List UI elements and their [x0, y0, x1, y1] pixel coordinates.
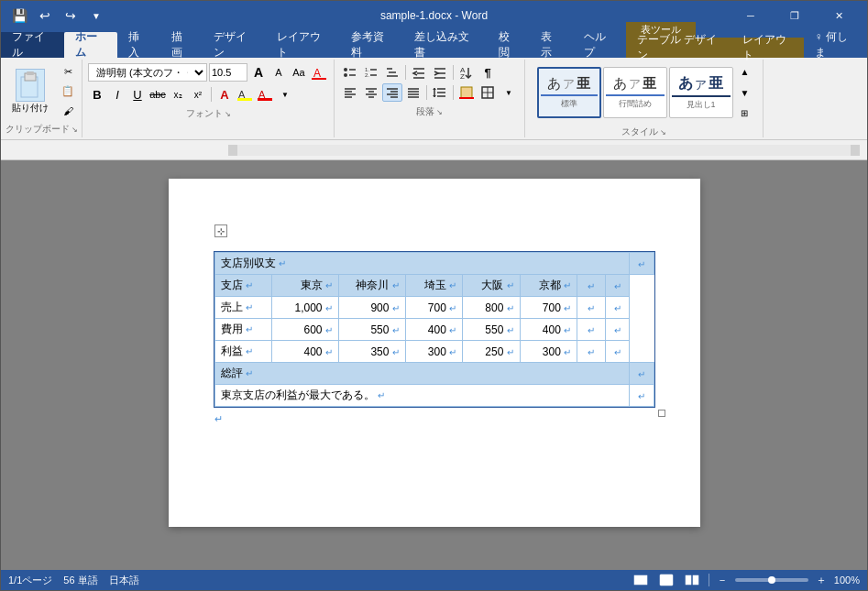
table-row-sales: 売上 ↵ 1,000 ↵ 900 ↵ 700 ↵ [214, 297, 654, 319]
zoom-level[interactable]: 100% [834, 575, 860, 586]
styles-more[interactable]: ⊞ [739, 106, 752, 120]
style-tight[interactable]: あ ア 亜 行間詰め [603, 67, 667, 118]
redo-button[interactable]: ↪ [60, 5, 82, 27]
zoom-out-button[interactable]: － [717, 573, 728, 588]
underline-button[interactable]: U [128, 85, 147, 104]
numbering-button[interactable]: 1. 2. [361, 63, 381, 82]
view-web-button[interactable] [657, 573, 676, 587]
styles-scroll-up[interactable]: ▲ [739, 65, 752, 79]
col-header-saitama: 埼玉 [424, 279, 446, 291]
ruler [1, 140, 867, 160]
zoom-slider[interactable] [735, 578, 808, 582]
customize-quick-access-button[interactable]: ▼ [85, 5, 107, 27]
font-case-button[interactable]: Aa [290, 63, 308, 82]
styles-group-label: スタイル ↘ [621, 124, 666, 138]
paste-label: 貼り付け [12, 102, 49, 115]
tab-file[interactable]: ファイル [1, 32, 64, 58]
clipboard-expand-icon[interactable]: ↘ [71, 126, 78, 134]
table-summary-row: 総評 ↵ ↵ [214, 363, 654, 385]
style-heading1[interactable]: あ ア 亜 見出し1 [669, 67, 733, 118]
sales-kanagawa: 900 [370, 301, 389, 314]
help-search-button[interactable]: ♀ 何しま [804, 32, 867, 58]
tab-references[interactable]: 参考資料 [340, 32, 403, 58]
zoom-in-button[interactable]: ＋ [816, 573, 827, 588]
svg-rect-53 [634, 575, 647, 585]
tab-insert[interactable]: 挿入 [117, 32, 160, 58]
language: 日本語 [109, 574, 139, 587]
tab-home[interactable]: ホーム [64, 32, 117, 58]
ribbon-group-clipboard: 貼り付け ✂ 📋 🖌 クリップボード ↘ [1, 60, 82, 137]
font-size-input[interactable] [209, 63, 247, 82]
font-enlarge-button[interactable]: A [249, 63, 268, 82]
profit-tokyo: 400 [303, 345, 322, 358]
show-formatting-button[interactable]: ¶ [478, 63, 498, 82]
highlight-color-button[interactable]: A [236, 85, 254, 104]
view-read-button[interactable] [683, 573, 701, 587]
profit-saitama: 300 [428, 345, 446, 358]
strikethrough-button[interactable]: abc [148, 85, 167, 104]
decrease-indent-button[interactable] [409, 63, 429, 82]
cut-button[interactable]: ✂ [58, 63, 78, 82]
sales-kyoto: 700 [543, 301, 561, 314]
align-left-button[interactable] [340, 83, 360, 102]
col-header-kanagawa: 神奈川 [356, 279, 389, 291]
paragraph-expand-icon[interactable]: ↘ [436, 108, 443, 116]
tab-design[interactable]: デザイン [203, 32, 266, 58]
shading-button[interactable] [456, 83, 477, 102]
justify-button[interactable] [403, 83, 423, 102]
line-spacing-button[interactable] [430, 83, 450, 102]
table-title: 支店別収支 [221, 257, 276, 269]
align-center-button[interactable] [361, 83, 381, 102]
window-title: sample-1.docx - Word [380, 9, 488, 22]
tab-layout[interactable]: レイアウト [266, 32, 339, 58]
font-color-button[interactable]: A [256, 85, 274, 104]
borders-button[interactable] [478, 83, 498, 102]
table-resize-handle[interactable] [658, 410, 665, 417]
subscript-button[interactable]: x₂ [169, 85, 187, 104]
tab-table-layout[interactable]: レイアウト [731, 38, 804, 58]
multilevel-list-button[interactable] [382, 63, 402, 82]
title-row-return: ↵ [638, 259, 645, 269]
summary-label: 総評 [221, 367, 243, 379]
view-print-button[interactable] [632, 573, 650, 587]
styles-expand-icon[interactable]: ↘ [660, 128, 666, 137]
tab-review[interactable]: 校閲 [488, 32, 531, 58]
bullets-button[interactable] [340, 63, 360, 82]
superscript-button[interactable]: x² [189, 85, 207, 104]
bold-button[interactable]: B [88, 85, 106, 104]
tab-view[interactable]: 表示 [530, 32, 573, 58]
tab-mailings[interactable]: 差し込み文書 [403, 32, 488, 58]
tab-draw[interactable]: 描画 [160, 32, 203, 58]
borders-dropdown[interactable]: ▼ [499, 83, 519, 102]
copy-button[interactable]: 📋 [58, 82, 78, 101]
table-title-row: 支店別収支 ↵ ↵ [214, 253, 654, 275]
sort-button[interactable]: A Z [456, 63, 477, 82]
font-shrink-button[interactable]: A [269, 63, 288, 82]
style-standard[interactable]: あ ア 亜 標準 [537, 67, 601, 118]
text-effects-button[interactable]: A [215, 85, 234, 104]
expenses-kanagawa: 550 [370, 323, 389, 336]
tab-table-design[interactable]: テーブル デザイン [626, 38, 731, 58]
format-painter-button[interactable]: 🖌 [58, 102, 78, 120]
font-expand-icon[interactable]: ↘ [225, 110, 231, 118]
table-move-handle[interactable]: ⊹ [214, 224, 227, 237]
font-name-selector[interactable]: 游明朝 (本文のフ・・ [88, 63, 207, 82]
paste-button[interactable]: 貼り付け [5, 65, 56, 118]
increase-indent-button[interactable] [430, 63, 450, 82]
table-summary-content-row: 東京支店の利益が最大である。 ↵ ↵ [214, 385, 654, 407]
styles-scroll-down[interactable]: ▼ [739, 86, 752, 100]
svg-point-11 [344, 73, 347, 77]
tab-help[interactable]: ヘルプ [573, 32, 626, 58]
font-color-dropdown[interactable]: ▼ [276, 85, 294, 104]
after-table-paragraph-mark: ↵ [214, 413, 223, 424]
save-button[interactable]: 💾 [8, 5, 30, 27]
document-page: ⊹ 支店別収支 ↵ ↵ 支店 ↵ [169, 179, 700, 527]
col-header-tokyo: 東京 [301, 279, 323, 291]
profit-kanagawa: 350 [370, 345, 389, 358]
undo-button[interactable]: ↩ [34, 5, 56, 27]
italic-button[interactable]: I [108, 85, 126, 104]
font-clear-button[interactable]: A [310, 63, 328, 82]
page-info: 1/1ページ [8, 574, 52, 587]
align-right-button[interactable] [382, 83, 402, 102]
svg-rect-6 [237, 98, 252, 101]
